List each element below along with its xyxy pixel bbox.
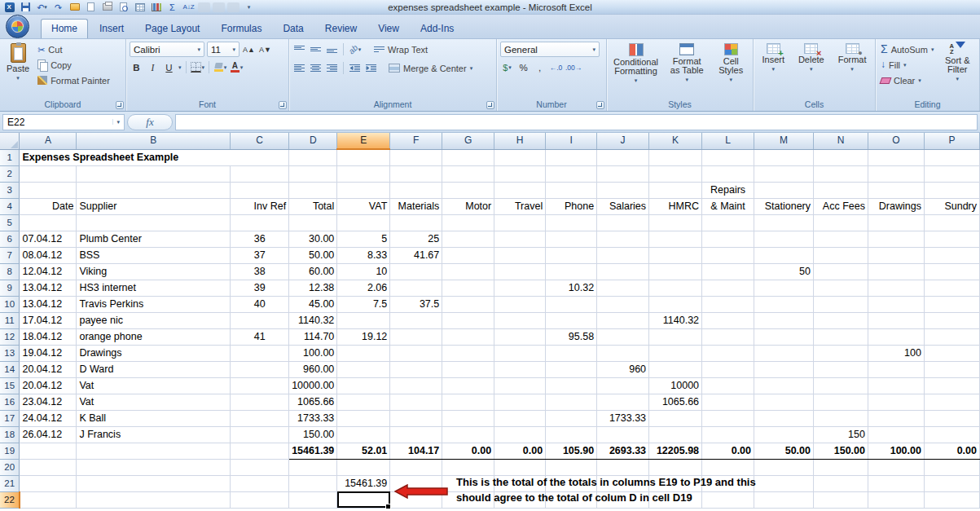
cell-M7[interactable] xyxy=(754,247,814,263)
open-button[interactable] xyxy=(68,1,81,13)
cell-F4[interactable]: Materials xyxy=(390,198,442,214)
cell-E16[interactable] xyxy=(337,394,390,410)
cell-A22[interactable] xyxy=(20,491,77,508)
tab-view[interactable]: View xyxy=(368,20,409,38)
cell-D13[interactable]: 100.00 xyxy=(289,345,337,361)
cell-H13[interactable] xyxy=(494,345,546,361)
cell-P21[interactable] xyxy=(924,475,979,491)
cell-E2[interactable] xyxy=(337,165,390,182)
cell-D6[interactable]: 30.00 xyxy=(289,231,337,247)
cell-J19[interactable]: 2693.33 xyxy=(597,443,649,459)
paste-button[interactable]: Paste ▾ xyxy=(3,42,33,81)
increase-indent-button[interactable] xyxy=(364,61,378,75)
row-header-11[interactable]: 11 xyxy=(0,312,20,328)
cell-M5[interactable] xyxy=(754,214,814,231)
cell-H4[interactable]: Travel xyxy=(494,198,546,214)
cell-L16[interactable] xyxy=(702,394,754,410)
number-dialog-launcher[interactable] xyxy=(596,101,604,109)
cell-N6[interactable] xyxy=(814,231,868,247)
cell-L18[interactable] xyxy=(702,426,754,443)
customize-qat-button[interactable]: ▾ xyxy=(242,1,256,13)
cell-M20[interactable] xyxy=(754,459,814,475)
cell-J13[interactable] xyxy=(597,345,649,361)
shrink-font-button[interactable]: A▼ xyxy=(258,42,272,56)
cell-I9[interactable]: 10.32 xyxy=(546,280,597,296)
row-header-20[interactable]: 20 xyxy=(0,459,20,475)
percent-style-button[interactable]: % xyxy=(516,60,530,74)
formula-input[interactable] xyxy=(175,114,978,130)
cell-P17[interactable] xyxy=(924,410,979,426)
cell-H14[interactable] xyxy=(494,361,546,377)
cell-L2[interactable] xyxy=(702,165,754,182)
grow-font-button[interactable]: A▲ xyxy=(242,42,256,56)
cell-B21[interactable] xyxy=(77,475,231,491)
cell-B16[interactable]: Vat xyxy=(77,394,231,410)
cell-P4[interactable]: Sundry xyxy=(924,198,979,214)
cell-G13[interactable] xyxy=(442,345,494,361)
cell-L7[interactable] xyxy=(702,247,754,263)
cell-L8[interactable] xyxy=(702,263,754,280)
cell-J14[interactable]: 960 xyxy=(597,361,649,377)
cell-O6[interactable] xyxy=(868,231,924,247)
cell-K11[interactable]: 1140.32 xyxy=(649,312,702,328)
save-button[interactable] xyxy=(19,1,33,13)
cell-D1[interactable] xyxy=(289,149,337,165)
cell-D15[interactable]: 10000.00 xyxy=(289,377,337,394)
cell-G5[interactable] xyxy=(442,214,494,231)
cell-E21[interactable]: 15461.39 xyxy=(337,475,390,491)
cell-B6[interactable]: Plumb Center xyxy=(77,231,231,247)
cell-G3[interactable] xyxy=(442,182,494,198)
cell-C21[interactable] xyxy=(231,475,289,491)
clipboard-dialog-launcher[interactable] xyxy=(116,101,124,109)
cell-E14[interactable] xyxy=(337,361,390,377)
cell-P12[interactable] xyxy=(924,328,979,345)
cell-I6[interactable] xyxy=(546,231,597,247)
row-header-21[interactable]: 21 xyxy=(0,475,20,491)
cell-L17[interactable] xyxy=(702,410,754,426)
cell-F19[interactable]: 104.17 xyxy=(390,443,442,459)
cell-K10[interactable] xyxy=(649,296,702,312)
column-header-P[interactable]: P xyxy=(924,133,979,149)
format-painter-button[interactable]: Format Painter xyxy=(36,73,112,88)
column-header-I[interactable]: I xyxy=(546,133,597,149)
cell-G11[interactable] xyxy=(442,312,494,328)
cell-H9[interactable] xyxy=(494,280,546,296)
cell-B12[interactable]: orange phone xyxy=(77,328,231,345)
cell-C20[interactable] xyxy=(231,459,289,475)
cell-N1[interactable] xyxy=(814,149,868,165)
cell-F10[interactable]: 37.5 xyxy=(390,296,442,312)
cell-L14[interactable] xyxy=(702,361,754,377)
cell-F12[interactable] xyxy=(390,328,442,345)
cell-H19[interactable]: 0.00 xyxy=(494,443,546,459)
merge-center-button[interactable]: Merge & Center▾ xyxy=(387,60,474,76)
font-size-combo[interactable]: 11▾ xyxy=(207,42,240,57)
cell-P19[interactable]: 0.00 xyxy=(924,443,979,459)
row-header-1[interactable]: 1 xyxy=(0,149,20,165)
cell-H7[interactable] xyxy=(494,247,546,263)
column-header-J[interactable]: J xyxy=(597,133,649,149)
cell-K1[interactable] xyxy=(649,149,702,165)
cell-M14[interactable] xyxy=(754,361,814,377)
cell-J2[interactable] xyxy=(597,165,649,182)
cell-D22[interactable] xyxy=(289,491,337,508)
decrease-decimal-button[interactable]: .00→ xyxy=(565,60,582,74)
cell-P1[interactable] xyxy=(924,149,979,165)
cell-L4[interactable]: & Maint xyxy=(702,198,754,214)
cell-L9[interactable] xyxy=(702,280,754,296)
cell-F11[interactable] xyxy=(390,312,442,328)
cell-D16[interactable]: 1065.66 xyxy=(289,394,337,410)
cell-F17[interactable] xyxy=(390,410,442,426)
font-dialog-launcher[interactable] xyxy=(279,101,287,109)
cell-L6[interactable] xyxy=(702,231,754,247)
cell-H17[interactable] xyxy=(494,410,546,426)
cell-O19[interactable]: 100.00 xyxy=(868,443,924,459)
cell-G14[interactable] xyxy=(442,361,494,377)
cell-E11[interactable] xyxy=(337,312,390,328)
cell-O1[interactable] xyxy=(868,149,924,165)
cell-G8[interactable] xyxy=(442,263,494,280)
tab-review[interactable]: Review xyxy=(315,20,367,38)
cell-H18[interactable] xyxy=(494,426,546,443)
cell-K4[interactable]: HMRC xyxy=(649,198,702,214)
row-header-4[interactable]: 4 xyxy=(0,198,20,214)
bold-button[interactable]: B xyxy=(130,60,143,74)
